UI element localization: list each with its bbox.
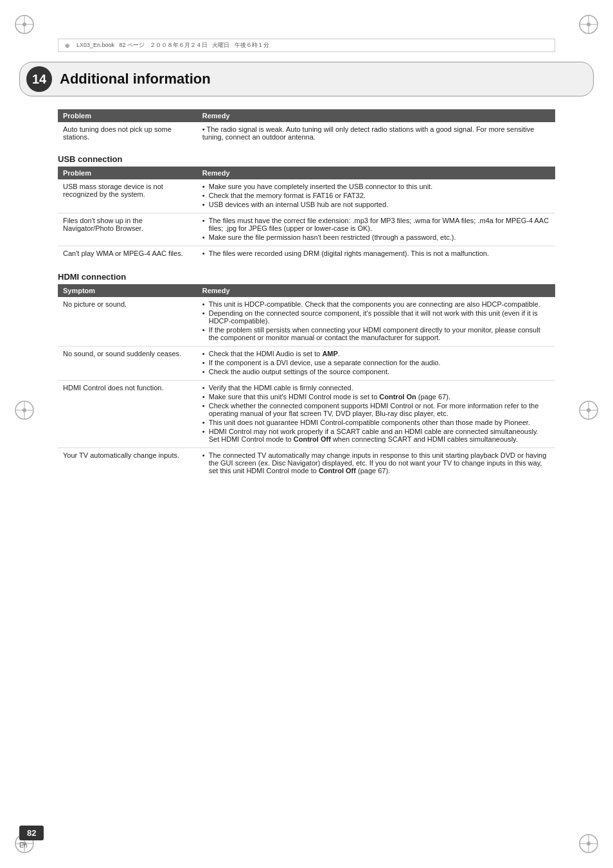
- intro-col-problem: Problem: [58, 109, 197, 122]
- problem-cell: HDMI Control does not function.: [58, 381, 197, 448]
- hdmi-col-remedy: Remedy: [197, 284, 555, 297]
- svg-point-15: [587, 408, 591, 412]
- hdmi-table: Symptom Remedy No picture or sound. This…: [58, 284, 555, 479]
- page: ⊕ LX03_En.book 82 ページ ２００８年６月２４日 火曜日 午後６…: [0, 0, 613, 868]
- remedy-cell: • The radio signal is weak. Auto tuning …: [197, 122, 555, 144]
- intro-section: Problem Remedy Auto tuning does not pick…: [58, 109, 555, 144]
- intro-col-remedy: Remedy: [197, 109, 555, 122]
- intro-table: Problem Remedy Auto tuning does not pick…: [58, 109, 555, 144]
- problem-cell: Auto tuning does not pick up some statio…: [58, 122, 197, 144]
- corner-mark-ml: [13, 399, 36, 422]
- table-row: Files don't show up in the Navigator/Pho…: [58, 213, 555, 246]
- corner-mark-mr: [577, 399, 600, 422]
- remedy-cell: This unit is HDCP-compatible. Check that…: [197, 297, 555, 347]
- page-number: 82: [19, 826, 44, 840]
- problem-cell: No picture or sound.: [58, 297, 197, 347]
- remedy-cell: The files must have the correct file ext…: [197, 213, 555, 246]
- file-info-arrow: ⊕: [65, 42, 70, 49]
- remedy-cell: The files were recorded using DRM (digit…: [197, 246, 555, 262]
- problem-cell: No sound, or sound suddenly ceases.: [58, 347, 197, 381]
- hdmi-col-symptom: Symptom: [58, 284, 197, 297]
- problem-cell: Can't play WMA or MPEG-4 AAC files.: [58, 246, 197, 262]
- footer-left: 82 En: [19, 826, 44, 849]
- usb-table: Problem Remedy USB mass storage device i…: [58, 167, 555, 262]
- problem-cell: USB mass storage device is not recognize…: [58, 179, 197, 213]
- problem-cell: Files don't show up in the Navigator/Pho…: [58, 213, 197, 246]
- remedy-cell: Check that the HDMI Audio is set to AMP.…: [197, 347, 555, 381]
- svg-point-7: [587, 23, 591, 26]
- remedy-cell: Verify that the HDMI cable is firmly con…: [197, 381, 555, 448]
- svg-point-11: [22, 408, 26, 412]
- corner-mark-tl: [13, 13, 36, 36]
- chapter-header: 14 Additional information: [19, 62, 594, 96]
- table-row: Can't play WMA or MPEG-4 AAC files. The …: [58, 246, 555, 262]
- corner-mark-tr: [577, 13, 600, 36]
- table-row: No picture or sound. This unit is HDCP-c…: [58, 297, 555, 347]
- problem-cell: Your TV automatically change inputs.: [58, 448, 197, 480]
- file-info-text: LX03_En.book 82 ページ ２００８年６月２４日 火曜日 午後６時１…: [76, 41, 269, 50]
- usb-col-remedy: Remedy: [197, 167, 555, 179]
- file-info-bar: ⊕ LX03_En.book 82 ページ ２００８年６月２４日 火曜日 午後６…: [58, 39, 555, 52]
- chapter-title: Additional information: [60, 71, 211, 87]
- usb-section: USB connection Problem Remedy USB mass s…: [58, 154, 555, 262]
- remedy-cell: Make sure you have completely inserted t…: [197, 179, 555, 213]
- hdmi-section-title: HDMI connection: [58, 272, 555, 282]
- table-row: HDMI Control does not function. Verify t…: [58, 381, 555, 448]
- table-row: No sound, or sound suddenly ceases. Chec…: [58, 347, 555, 381]
- page-footer: 82 En: [19, 826, 594, 849]
- page-lang: En: [19, 842, 44, 849]
- usb-section-title: USB connection: [58, 154, 555, 164]
- svg-point-3: [22, 23, 26, 26]
- chapter-number: 14: [26, 66, 52, 92]
- remedy-cell: The connected TV automatically may chang…: [197, 448, 555, 480]
- usb-col-problem: Problem: [58, 167, 197, 179]
- table-row: Your TV automatically change inputs. The…: [58, 448, 555, 480]
- hdmi-section: HDMI connection Symptom Remedy No pictur…: [58, 272, 555, 479]
- table-row: USB mass storage device is not recognize…: [58, 179, 555, 213]
- table-row: Auto tuning does not pick up some statio…: [58, 122, 555, 144]
